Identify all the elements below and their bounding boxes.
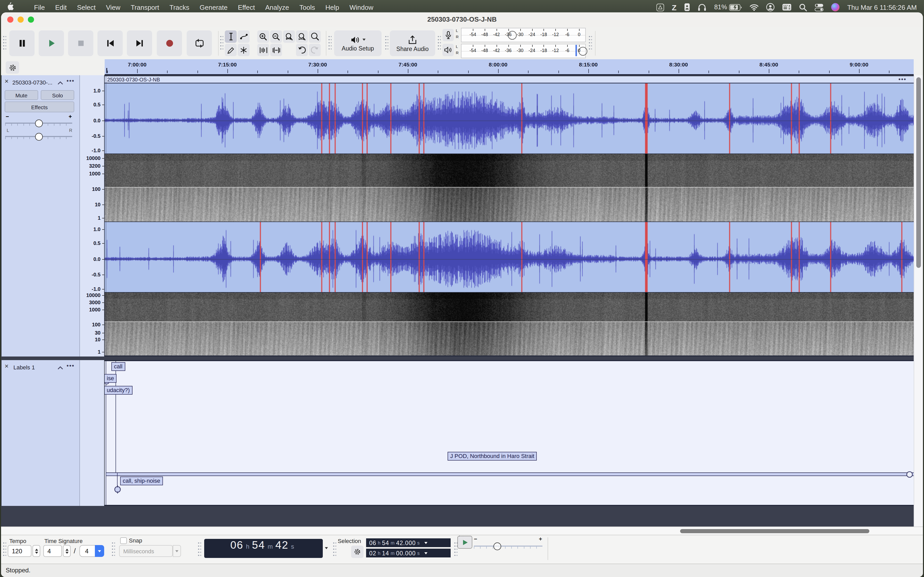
pan-slider[interactable] <box>5 133 72 140</box>
apple-menu[interactable] <box>0 2 19 12</box>
menu-item-effect[interactable]: Effect <box>233 3 260 11</box>
menu-item-window[interactable]: Window <box>344 3 378 11</box>
menu-item-transport[interactable]: Transport <box>126 3 164 11</box>
pause-button[interactable] <box>9 31 34 56</box>
horizontal-scrollbar[interactable] <box>1 527 923 535</box>
collapse-track-icon[interactable] <box>57 81 63 85</box>
battery-indicator[interactable]: 81% <box>714 3 742 11</box>
timeline-ruler[interactable]: 7:00:007:15:007:30:007:45:008:00:008:15:… <box>105 59 914 75</box>
selection-start-field[interactable]: 06h54m42.000s <box>366 538 451 547</box>
menu-item-help[interactable]: Help <box>320 3 344 11</box>
pan-slider-knob[interactable] <box>35 133 43 141</box>
gain-slider-knob[interactable] <box>35 119 43 127</box>
snap-mode-dropdown[interactable] <box>173 545 181 557</box>
snap-checkbox[interactable] <box>120 537 127 544</box>
draw-tool[interactable] <box>225 44 237 56</box>
selection-options-button[interactable] <box>351 546 363 558</box>
stop-button[interactable] <box>68 31 93 56</box>
time-signature-upper-input[interactable]: 4 <box>43 545 62 557</box>
record-meter-mic-button[interactable] <box>443 29 454 41</box>
silence-selection-button[interactable] <box>270 44 282 56</box>
solo-button[interactable]: Solo <box>41 90 74 100</box>
meter-end-grip[interactable] <box>588 35 592 52</box>
play-at-speed-button[interactable] <box>458 536 472 548</box>
envelope-tool[interactable] <box>238 31 250 43</box>
siri-icon[interactable] <box>831 3 840 11</box>
menu-item-generate[interactable]: Generate <box>194 3 233 11</box>
play-button[interactable] <box>39 31 64 56</box>
audio-setup-grip[interactable] <box>328 35 331 52</box>
menu-item-select[interactable]: Select <box>72 3 101 11</box>
status-app-icon[interactable] <box>656 3 664 11</box>
control-center-icon[interactable] <box>815 3 824 11</box>
selection-length-field[interactable]: 02h14m00.000s <box>366 549 451 558</box>
window-title-bar[interactable]: 250303-0730-OS-J-NB <box>1 12 923 27</box>
share-audio-button[interactable]: Share Audio <box>390 31 435 56</box>
waveform-channel-2[interactable] <box>105 221 914 292</box>
menu-item-tracks[interactable]: Tracks <box>164 3 194 11</box>
spectrogram-channel-2[interactable] <box>105 292 914 356</box>
wifi-icon[interactable] <box>750 4 759 11</box>
label-span-bar[interactable] <box>106 472 914 476</box>
keyboard-icon[interactable] <box>782 3 792 11</box>
meter-toolbar-grip[interactable] <box>437 35 441 52</box>
zoom-in-button[interactable] <box>257 31 269 43</box>
labels-track-name[interactable]: Labels 1 <box>13 364 35 371</box>
skip-to-start-button[interactable] <box>97 31 123 56</box>
time-signature-stepper[interactable] <box>63 545 71 557</box>
loop-button[interactable] <box>187 31 212 56</box>
time-toolbar-grip[interactable] <box>3 542 6 557</box>
headphones-icon[interactable] <box>698 3 706 11</box>
time-signature-lower-dropdown[interactable] <box>95 545 104 557</box>
playback-meter-speaker-button[interactable] <box>443 44 454 56</box>
track-menu-button[interactable]: ••• <box>66 77 74 84</box>
transport-toolbar-grip[interactable] <box>3 35 6 52</box>
play-speed-slider[interactable] <box>474 543 543 550</box>
fit-project-button[interactable] <box>296 31 308 43</box>
snap-mode-select[interactable]: Milliseconds <box>119 545 173 557</box>
play-speed-knob[interactable] <box>493 543 501 550</box>
labels-canvas[interactable]: calliseudacity?)J POD, Northbound in Har… <box>105 360 914 506</box>
labels-track-menu-button[interactable]: ••• <box>66 362 74 369</box>
mute-button[interactable]: Mute <box>5 90 38 100</box>
zoom-toggle-button[interactable] <box>309 31 321 43</box>
track-name[interactable]: 250303-0730-... <box>12 79 56 85</box>
search-icon[interactable] <box>799 3 807 11</box>
fit-selection-button[interactable] <box>283 31 295 43</box>
tempo-input[interactable]: 120 <box>8 545 31 557</box>
timeline-options-button[interactable] <box>6 61 19 74</box>
skip-to-end-button[interactable] <box>127 31 152 56</box>
menu-item-analyze[interactable]: Analyze <box>260 3 294 11</box>
redo-button[interactable] <box>309 44 321 56</box>
zotero-icon[interactable]: Z <box>672 3 677 11</box>
spectrogram-channel-1[interactable] <box>105 153 914 221</box>
share-audio-grip[interactable] <box>384 35 388 52</box>
waveform-channel-1[interactable] <box>105 83 914 153</box>
record-button[interactable] <box>157 31 182 56</box>
zoom-out-button[interactable] <box>270 31 282 43</box>
selection-tool[interactable] <box>225 31 237 43</box>
audio-setup-button[interactable]: Audio Setup <box>334 31 381 56</box>
vertical-scrollbar[interactable] <box>914 75 923 527</box>
close-track-button[interactable]: × <box>5 78 8 84</box>
tempo-stepper[interactable] <box>32 545 40 557</box>
label-5[interactable]: call, ship-noise <box>120 477 163 485</box>
horizontal-scrollbar-thumb[interactable] <box>680 529 869 533</box>
vertical-scrollbar-thumb[interactable] <box>916 77 921 268</box>
snap-toolbar-grip[interactable] <box>111 542 115 557</box>
selection-toolbar-grip[interactable] <box>333 542 336 557</box>
menu-bar-clock[interactable]: Thu Mar 6 11:56:26 AM <box>847 3 917 11</box>
tools-toolbar-grip[interactable] <box>220 35 223 52</box>
clip-menu-button[interactable]: ••• <box>898 76 906 83</box>
menu-item-edit[interactable]: Edit <box>50 3 72 11</box>
menu-item-view[interactable]: View <box>101 3 126 11</box>
close-labels-track-button[interactable]: × <box>5 363 8 369</box>
undo-button[interactable] <box>296 44 308 56</box>
label-1[interactable]: call <box>111 362 125 371</box>
trim-outside-selection-button[interactable] <box>257 44 269 56</box>
label-2[interactable]: ise <box>105 374 116 383</box>
menu-item-file[interactable]: File <box>29 3 50 11</box>
collapse-labels-track-icon[interactable] <box>57 366 63 370</box>
time-display-dropdown[interactable] <box>325 547 328 549</box>
play-speed-grip[interactable] <box>454 542 457 557</box>
